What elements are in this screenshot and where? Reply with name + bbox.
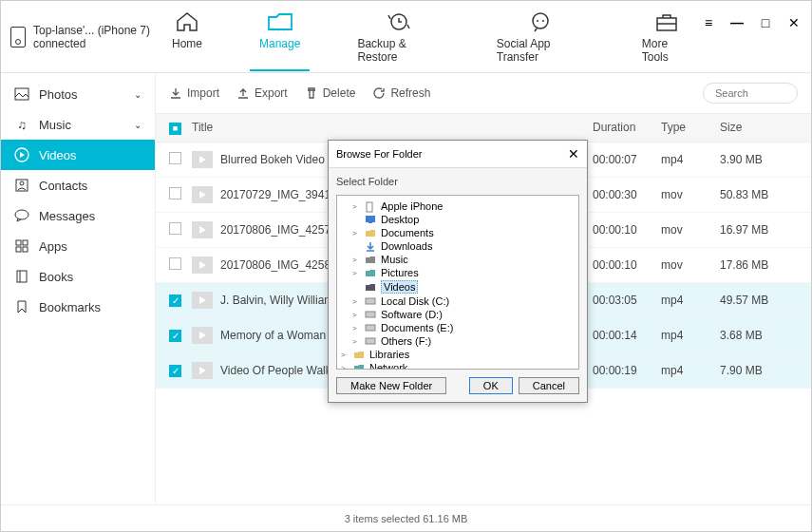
sidebar-item-apps[interactable]: Apps bbox=[1, 231, 155, 261]
tree-node[interactable]: >Software (D:) bbox=[339, 308, 576, 321]
search-input[interactable] bbox=[703, 83, 798, 104]
tree-node[interactable]: >Pictures bbox=[339, 266, 576, 279]
sidebar-item-photos[interactable]: Photos⌄ bbox=[1, 79, 155, 109]
tree-label: Desktop bbox=[381, 214, 419, 225]
tree-label: Documents bbox=[381, 227, 434, 238]
expand-icon[interactable]: > bbox=[341, 351, 349, 359]
tree-label: Libraries bbox=[369, 349, 409, 360]
expand-icon[interactable]: > bbox=[352, 256, 361, 264]
pictures-icon bbox=[365, 268, 377, 277]
minimize-icon[interactable]: — bbox=[729, 15, 745, 30]
desktop-icon bbox=[365, 215, 377, 224]
svg-point-8 bbox=[20, 181, 24, 185]
row-checkbox[interactable] bbox=[169, 187, 181, 200]
sidebar-item-bookmarks[interactable]: Bookmarks bbox=[1, 292, 155, 322]
row-checkbox[interactable] bbox=[169, 222, 181, 235]
play-thumb-icon[interactable] bbox=[192, 327, 213, 344]
nav-backup[interactable]: Backup & Restore bbox=[348, 3, 448, 71]
row-checkbox[interactable]: ✓ bbox=[169, 294, 181, 307]
nav-buttons: Home Manage Backup & Restore Social App … bbox=[162, 3, 701, 71]
tree-node[interactable]: >Local Disk (C:) bbox=[339, 294, 576, 308]
sidebar-item-videos[interactable]: Videos bbox=[1, 140, 155, 170]
expand-icon[interactable]: > bbox=[352, 324, 361, 332]
tree-node[interactable]: >Documents (E:) bbox=[339, 321, 576, 334]
nav-manage[interactable]: Manage bbox=[250, 3, 310, 71]
folder-icon bbox=[365, 228, 377, 238]
header-duration[interactable]: Duration bbox=[593, 121, 661, 134]
tree-node[interactable]: Downloads bbox=[339, 239, 576, 253]
sidebar-item-messages[interactable]: Messages bbox=[1, 200, 155, 231]
nav-more[interactable]: More Tools bbox=[633, 3, 701, 71]
tree-node[interactable]: >Apple iPhone bbox=[339, 200, 576, 213]
row-title: 20170806_IMG_4258 bbox=[220, 258, 330, 272]
tree-node[interactable]: >Libraries bbox=[339, 348, 576, 361]
nav-home[interactable]: Home bbox=[162, 3, 212, 71]
nav-social[interactable]: Social App Transfer bbox=[487, 3, 595, 71]
refresh-button[interactable]: Refresh bbox=[372, 86, 430, 100]
expand-icon[interactable]: > bbox=[352, 202, 361, 211]
ok-button[interactable]: OK bbox=[469, 377, 513, 394]
tree-node[interactable]: Desktop bbox=[339, 213, 576, 226]
messages-icon bbox=[14, 208, 29, 223]
tree-node[interactable]: >Others (F:) bbox=[339, 334, 576, 348]
row-type: mp4 bbox=[661, 364, 720, 377]
play-thumb-icon[interactable] bbox=[192, 186, 213, 203]
row-size: 7.90 MB bbox=[720, 364, 798, 377]
tree-node[interactable]: >Documents bbox=[339, 226, 576, 239]
tree-node[interactable]: >Network bbox=[339, 361, 576, 370]
play-thumb-icon[interactable] bbox=[192, 151, 213, 168]
row-size: 3.68 MB bbox=[720, 329, 798, 342]
expand-icon[interactable]: > bbox=[352, 337, 361, 346]
sidebar: Photos⌄ ♫ Music⌄ Videos Contacts Message… bbox=[1, 73, 155, 504]
tree-node[interactable]: Videos bbox=[339, 279, 576, 294]
play-thumb-icon[interactable] bbox=[192, 256, 213, 274]
sidebar-item-contacts[interactable]: Contacts bbox=[1, 170, 155, 200]
import-button[interactable]: Import bbox=[169, 86, 219, 100]
row-checkbox[interactable] bbox=[169, 257, 181, 270]
tree-label: Local Disk (C:) bbox=[381, 295, 449, 307]
svg-rect-18 bbox=[366, 298, 375, 304]
row-type: mp4 bbox=[661, 153, 720, 166]
row-type: mov bbox=[661, 223, 720, 237]
sidebar-item-books[interactable]: Books bbox=[1, 261, 155, 292]
svg-point-2 bbox=[537, 20, 538, 22]
folder-tree[interactable]: >Apple iPhoneDesktop>DocumentsDownloads>… bbox=[336, 195, 579, 370]
row-checkbox[interactable]: ✓ bbox=[169, 330, 181, 342]
tree-label: Network bbox=[369, 362, 407, 370]
header-type[interactable]: Type bbox=[661, 121, 720, 134]
menu-icon[interactable]: ≡ bbox=[701, 15, 716, 30]
header-size[interactable]: Size bbox=[720, 121, 798, 134]
row-size: 49.57 MB bbox=[720, 294, 798, 307]
row-checkbox[interactable]: ✓ bbox=[169, 365, 181, 377]
dialog-close-icon[interactable]: ✕ bbox=[568, 146, 579, 162]
select-all-checkbox[interactable]: ■ bbox=[169, 123, 181, 135]
export-button[interactable]: Export bbox=[236, 86, 288, 100]
expand-icon[interactable]: > bbox=[352, 269, 361, 277]
svg-rect-19 bbox=[366, 312, 375, 317]
expand-icon[interactable]: > bbox=[352, 311, 361, 319]
close-icon[interactable]: ✕ bbox=[786, 15, 802, 30]
tree-label: Downloads bbox=[381, 240, 432, 252]
device-info[interactable]: Top-lanse'... (iPhone 7) connected bbox=[10, 24, 162, 50]
sidebar-item-music[interactable]: ♫ Music⌄ bbox=[1, 109, 155, 140]
svg-rect-10 bbox=[16, 240, 21, 245]
header-title[interactable]: Title bbox=[192, 121, 593, 134]
play-thumb-icon[interactable] bbox=[192, 362, 213, 379]
expand-icon[interactable]: > bbox=[352, 297, 361, 306]
expand-icon[interactable]: > bbox=[352, 229, 361, 238]
download-icon bbox=[365, 241, 377, 251]
maximize-icon[interactable]: □ bbox=[758, 15, 773, 30]
row-title: Memory of a Woman bbox=[220, 329, 326, 342]
delete-button[interactable]: Delete bbox=[305, 86, 356, 100]
cancel-button[interactable]: Cancel bbox=[519, 377, 579, 394]
make-new-folder-button[interactable]: Make New Folder bbox=[336, 377, 446, 394]
device-name: Top-lanse'... (iPhone 7) bbox=[33, 24, 150, 37]
expand-icon[interactable]: > bbox=[341, 364, 349, 370]
row-size: 17.86 MB bbox=[720, 258, 798, 272]
play-thumb-icon[interactable] bbox=[192, 292, 213, 309]
play-thumb-icon[interactable] bbox=[192, 221, 213, 238]
tree-node[interactable]: >Music bbox=[339, 253, 576, 266]
row-checkbox[interactable] bbox=[169, 152, 181, 164]
row-title: Blurred Bokeh Video bbox=[220, 153, 325, 166]
videos-icon bbox=[14, 147, 29, 162]
